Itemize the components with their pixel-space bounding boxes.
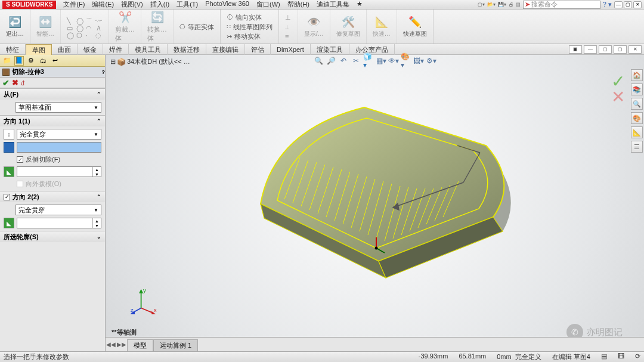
menu-help[interactable]: 帮助(H): [284, 0, 313, 9]
tab-evaluate[interactable]: 评估: [245, 44, 271, 55]
doc-max[interactable]: ▢: [614, 45, 627, 54]
tab-sketch[interactable]: 草图: [26, 44, 52, 55]
ribbon-relation-group[interactable]: ⊥⟂≡: [279, 10, 298, 44]
view-orient-icon[interactable]: 🧊▾: [363, 55, 374, 66]
tab-sheetmetal[interactable]: 钣金: [78, 44, 103, 55]
view-settings-icon[interactable]: ⚙▾: [426, 55, 436, 66]
tab-motion-1[interactable]: 运动算例 1: [153, 339, 198, 352]
taskpane-resources-icon[interactable]: 📚: [631, 83, 643, 95]
tab-directed[interactable]: 直接编辑: [206, 44, 245, 55]
section-view-icon[interactable]: ✂: [351, 55, 361, 66]
zoom-area-icon[interactable]: 🔎: [326, 55, 336, 66]
detailed-preview-button[interactable]: ᵭ: [21, 79, 24, 87]
dir2-endcond-select[interactable]: 完全贯穿 ▼: [16, 205, 101, 215]
save-icon[interactable]: 💾▾: [498, 2, 506, 7]
apply-scene-icon[interactable]: 🖼▾: [413, 55, 424, 66]
tab-datamig[interactable]: 数据迁移: [168, 44, 206, 55]
help-icon[interactable]: ? ▾: [603, 1, 612, 8]
tab-mold[interactable]: 模具工具: [129, 44, 168, 55]
open-dropdown-icon[interactable]: 📂▾: [487, 2, 496, 7]
ribbon-repair[interactable]: 🛠️ 修复草图: [330, 10, 367, 44]
taskpane-view-icon[interactable]: 🔍: [631, 98, 643, 110]
flyout-tree[interactable]: ⊞ 📦 34木梳DH (默认<< …: [110, 57, 190, 66]
menu-insert[interactable]: 插入(I): [147, 0, 173, 9]
doc-close[interactable]: ✕: [628, 45, 642, 54]
section-dir1-head[interactable]: 方向 1(1) ⌃: [0, 116, 105, 126]
tab-model[interactable]: 模型: [127, 339, 153, 352]
display-style-icon[interactable]: ▦▾: [376, 55, 386, 66]
ribbon-fast-sketch[interactable]: ✏️ 快速草图: [397, 10, 434, 44]
minimize-button[interactable]: —: [614, 1, 623, 8]
command-search[interactable]: ➤ 搜索命令: [523, 1, 600, 9]
view-triad[interactable]: y x z: [131, 288, 157, 314]
tab-features[interactable]: 特征: [0, 44, 26, 55]
doc-collapse[interactable]: ▣: [569, 45, 582, 54]
status-render-icon[interactable]: 🎞: [618, 352, 624, 361]
doc-min[interactable]: —: [584, 45, 597, 54]
draft-button[interactable]: ◣: [4, 166, 14, 177]
prev-view-icon[interactable]: ↶: [338, 55, 349, 66]
pm-tab-display-icon[interactable]: 🗂: [38, 56, 48, 66]
tab-weldments[interactable]: 焊件: [103, 44, 129, 55]
flip-side-checkbox[interactable]: ✓反侧切除(F): [17, 155, 101, 164]
ribbon-fast-snap[interactable]: 📐 快速…: [367, 10, 397, 44]
status-units-icon[interactable]: ▤: [601, 352, 607, 361]
menu-tools[interactable]: 工具(T): [173, 0, 202, 9]
edit-appearance-icon[interactable]: 🎨▾: [401, 55, 411, 66]
zoom-fit-icon[interactable]: 🔍: [313, 55, 324, 66]
rebuild-icon[interactable]: ▤: [516, 2, 521, 7]
reverse-dir1-button[interactable]: ↕: [4, 129, 14, 140]
section-contour-head[interactable]: 所选轮廓(S) ⌄: [0, 231, 105, 242]
ribbon-exit-sketch[interactable]: ↩️ 退出…: [0, 10, 30, 44]
pm-tab-config-icon[interactable]: ⚙: [26, 56, 36, 66]
new-doc-dropdown-icon[interactable]: ▢▾: [478, 2, 485, 7]
expand-icon[interactable]: ⊞: [110, 58, 116, 66]
hide-show-icon[interactable]: 👁▾: [388, 55, 399, 66]
tab-render[interactable]: 渲染工具: [311, 44, 349, 55]
menu-photoview[interactable]: PhotoView 360: [202, 0, 253, 9]
restore-button[interactable]: ▢: [624, 1, 632, 8]
accept-button[interactable]: ✔: [2, 78, 10, 88]
ribbon-smart-dim[interactable]: ↔️ 智能…: [30, 10, 61, 44]
tab-dimxpert[interactable]: DimXpert: [271, 44, 311, 55]
help-small-icon[interactable]: ?: [102, 69, 106, 75]
taskpane-prop-icon[interactable]: ☰: [631, 141, 643, 153]
tab-scroll-left[interactable]: ◀◀: [106, 341, 116, 348]
dir1-depth-input[interactable]: [17, 142, 101, 153]
dir2-draft-button[interactable]: ◣: [4, 218, 14, 228]
cancel-button[interactable]: ✖: [12, 78, 18, 87]
pm-tab-recover-icon[interactable]: ↩: [50, 56, 60, 66]
tab-scroll-right[interactable]: ▶▶: [116, 341, 127, 348]
draft-angle-input[interactable]: ▲▼: [17, 166, 101, 177]
status-rebuild-icon[interactable]: ⟳: [635, 352, 640, 361]
menu-edit[interactable]: 编辑(E): [88, 0, 117, 9]
pm-tab-feature-tree-icon[interactable]: 📁: [2, 56, 12, 66]
print-icon[interactable]: 🖨: [509, 2, 513, 7]
taskpane-home-icon[interactable]: 🏠: [631, 69, 643, 81]
section-from-head[interactable]: 从(F) ⌃: [0, 89, 105, 100]
menu-star[interactable]: ★: [353, 0, 366, 9]
from-select[interactable]: 草图基准面 ▼: [16, 102, 101, 113]
ribbon-trim[interactable]: ✂️ 剪裁…体: [109, 10, 141, 44]
tab-surfaces[interactable]: 曲面: [52, 44, 78, 55]
menu-file[interactable]: 文件(F): [60, 0, 88, 9]
doc-rest[interactable]: ▢: [599, 45, 612, 54]
dir1-endcond-select[interactable]: 完全贯穿 ▼: [17, 129, 101, 140]
confirm-corner-cancel[interactable]: ✕: [611, 87, 625, 107]
ribbon-offset-group[interactable]: ⎔等距实体: [174, 10, 221, 44]
menu-view[interactable]: 视图(V): [117, 0, 147, 9]
section-dir2-head[interactable]: ✓ 方向 2(2) ⌃: [0, 191, 105, 202]
ribbon-display[interactable]: 👁️ 显示/…: [298, 10, 330, 44]
ribbon-convert[interactable]: 🔄 转换…体: [141, 10, 174, 44]
ribbon-sketch-shapes[interactable]: ╲◯⌒〰 ▭◯◠Ａ ◯⬡·◌: [61, 10, 109, 44]
menu-midi[interactable]: 迪迪工具集: [313, 0, 353, 9]
pm-tab-property-icon[interactable]: 📘: [14, 56, 24, 66]
taskpane-custom-icon[interactable]: 📐: [631, 126, 643, 138]
menu-window[interactable]: 窗口(W): [253, 0, 284, 9]
taskpane-appearance-icon[interactable]: 🎨: [631, 112, 643, 124]
ribbon-pattern-group[interactable]: ⏀镜向实体 ∷线性草图阵列 ↣移动实体: [221, 10, 279, 44]
dir1-vector-button[interactable]: [4, 142, 14, 153]
close-button[interactable]: ✕: [633, 1, 642, 8]
graphics-area[interactable]: ⊞ 📦 34木梳DH (默认<< … 🔍 🔎 ↶ ✂ 🧊▾ ▦▾ 👁▾ 🎨▾ 🖼…: [106, 55, 644, 351]
dir2-enable-checkbox[interactable]: ✓: [4, 194, 10, 200]
